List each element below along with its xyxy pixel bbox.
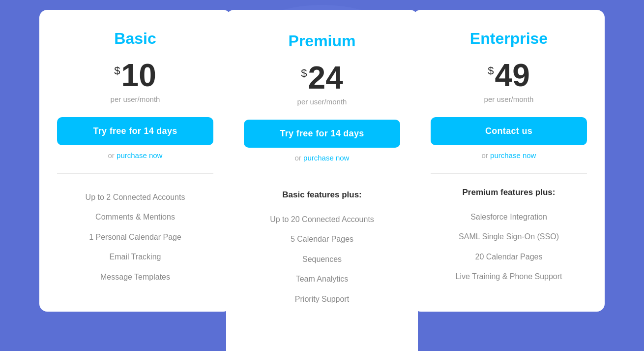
enterprise-purchase-prefix: or: [482, 151, 488, 160]
enterprise-title: Enterprise: [431, 30, 587, 48]
premium-period: per user/month: [244, 97, 400, 106]
premium-price-row: $ 24: [244, 62, 400, 94]
list-item: Up to 20 Connected Accounts: [244, 210, 400, 229]
basic-features-list: Up to 2 Connected Accounts Comments & Me…: [57, 188, 213, 287]
list-item: Team Analytics: [244, 269, 400, 289]
enterprise-cta-button[interactable]: Contact us: [431, 117, 587, 145]
enterprise-price-section: $ 49: [431, 60, 587, 91]
enterprise-divider: [431, 173, 587, 174]
premium-features-heading: Basic features plus:: [244, 190, 400, 200]
enterprise-period: per user/month: [431, 95, 587, 103]
list-item: Message Templates: [57, 267, 213, 287]
basic-purchase-row: or purchase now: [57, 151, 213, 160]
premium-purchase-link[interactable]: purchase now: [303, 154, 349, 162]
list-item: Up to 2 Connected Accounts: [57, 188, 213, 207]
list-item: Live Training & Phone Support: [431, 267, 587, 287]
premium-title: Premium: [244, 32, 400, 50]
basic-price-row: $ 10: [57, 60, 213, 91]
premium-cta-button[interactable]: Try free for 14 days: [244, 120, 400, 148]
premium-price-section: $ 24: [244, 62, 400, 94]
list-item: 20 Calendar Pages: [431, 247, 587, 267]
premium-divider: [244, 176, 400, 176]
list-item: 5 Calendar Pages: [244, 229, 400, 249]
pricing-card-premium: Premium $ 24 per user/month Try free for…: [226, 10, 418, 351]
basic-price-section: $ 10: [57, 60, 213, 91]
enterprise-price: 49: [495, 60, 530, 91]
enterprise-price-row: $ 49: [431, 60, 587, 91]
list-item: Priority Support: [244, 289, 400, 309]
list-item: Sequences: [244, 250, 400, 269]
enterprise-currency: $: [488, 64, 494, 77]
list-item: SAML Single Sign-On (SSO): [431, 227, 587, 247]
basic-purchase-link[interactable]: purchase now: [117, 151, 162, 160]
premium-price: 24: [308, 62, 343, 94]
basic-divider: [57, 173, 213, 174]
premium-features-list: Up to 20 Connected Accounts 5 Calendar P…: [244, 210, 400, 309]
enterprise-features-heading: Premium features plus:: [431, 188, 587, 197]
enterprise-features-list: Salesforce Integration SAML Single Sign-…: [431, 207, 587, 287]
premium-purchase-prefix: or: [295, 154, 301, 162]
basic-period: per user/month: [57, 95, 213, 103]
pricing-card-enterprise: Enterprise $ 49 per user/month Contact u…: [413, 10, 605, 312]
enterprise-purchase-link[interactable]: purchase now: [490, 151, 536, 160]
pricing-container: Basic $ 10 per user/month Try free for 1…: [10, 10, 634, 351]
basic-title: Basic: [57, 30, 213, 48]
list-item: Email Tracking: [57, 247, 213, 267]
basic-cta-button[interactable]: Try free for 14 days: [57, 117, 213, 145]
basic-purchase-prefix: or: [108, 151, 115, 160]
list-item: 1 Personal Calendar Page: [57, 227, 213, 247]
basic-currency: $: [114, 64, 120, 77]
pricing-card-basic: Basic $ 10 per user/month Try free for 1…: [39, 10, 231, 312]
premium-currency: $: [301, 67, 307, 80]
basic-price: 10: [121, 60, 156, 91]
enterprise-purchase-row: or purchase now: [431, 151, 587, 160]
list-item: Comments & Mentions: [57, 207, 213, 227]
premium-purchase-row: or purchase now: [244, 154, 400, 162]
list-item: Salesforce Integration: [431, 207, 587, 227]
